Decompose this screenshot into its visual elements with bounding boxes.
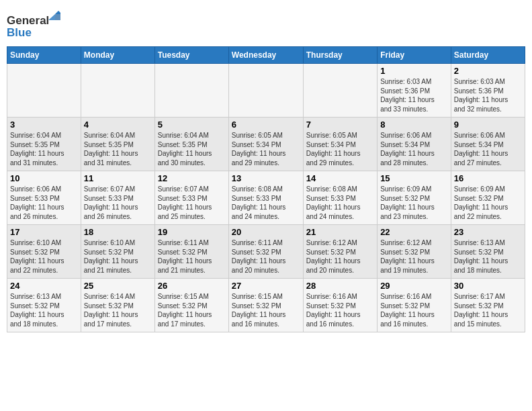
weekday-header: Wednesday	[228, 47, 303, 64]
calendar-week-row: 24Sunrise: 6:13 AM Sunset: 5:32 PM Dayli…	[7, 279, 525, 332]
day-info: Sunrise: 6:14 AM Sunset: 5:32 PM Dayligh…	[84, 292, 152, 328]
calendar-cell: 22Sunrise: 6:12 AM Sunset: 5:32 PM Dayli…	[378, 225, 451, 279]
day-number: 2	[454, 66, 522, 76]
calendar-cell: 10Sunrise: 6:06 AM Sunset: 5:33 PM Dayli…	[7, 171, 81, 225]
day-number: 10	[10, 173, 78, 183]
day-number: 11	[84, 173, 152, 183]
calendar-cell: 14Sunrise: 6:08 AM Sunset: 5:33 PM Dayli…	[303, 171, 377, 225]
day-info: Sunrise: 6:09 AM Sunset: 5:32 PM Dayligh…	[454, 185, 522, 221]
svg-marker-4	[48, 14, 55, 20]
calendar-cell: 23Sunrise: 6:13 AM Sunset: 5:32 PM Dayli…	[451, 225, 525, 279]
calendar-cell: 25Sunrise: 6:14 AM Sunset: 5:32 PM Dayli…	[81, 279, 154, 332]
calendar-cell: 13Sunrise: 6:08 AM Sunset: 5:33 PM Dayli…	[228, 171, 303, 225]
day-info: Sunrise: 6:10 AM Sunset: 5:32 PM Dayligh…	[10, 238, 78, 275]
day-info: Sunrise: 6:04 AM Sunset: 5:35 PM Dayligh…	[10, 131, 78, 167]
day-info: Sunrise: 6:03 AM Sunset: 5:36 PM Dayligh…	[380, 77, 448, 113]
calendar-cell: 1Sunrise: 6:03 AM Sunset: 5:36 PM Daylig…	[378, 64, 451, 118]
calendar-cell: 11Sunrise: 6:07 AM Sunset: 5:33 PM Dayli…	[81, 171, 154, 225]
calendar-cell: 5Sunrise: 6:04 AM Sunset: 5:35 PM Daylig…	[154, 118, 228, 171]
day-number: 16	[454, 173, 522, 183]
day-number: 28	[306, 281, 374, 291]
calendar-cell	[303, 64, 377, 118]
day-number: 27	[232, 281, 300, 291]
calendar-header: SundayMondayTuesdayWednesdayThursdayFrid…	[7, 47, 525, 64]
calendar-week-row: 1Sunrise: 6:03 AM Sunset: 5:36 PM Daylig…	[7, 64, 525, 118]
day-number: 15	[380, 173, 448, 183]
day-info: Sunrise: 6:10 AM Sunset: 5:32 PM Dayligh…	[84, 238, 152, 275]
day-number: 13	[232, 173, 300, 183]
day-number: 29	[380, 281, 448, 291]
day-info: Sunrise: 6:12 AM Sunset: 5:32 PM Dayligh…	[306, 238, 374, 275]
calendar-cell: 9Sunrise: 6:06 AM Sunset: 5:34 PM Daylig…	[451, 118, 525, 171]
calendar-cell: 30Sunrise: 6:17 AM Sunset: 5:32 PM Dayli…	[451, 279, 525, 332]
header-row: SundayMondayTuesdayWednesdayThursdayFrid…	[7, 47, 525, 64]
calendar-body: 1Sunrise: 6:03 AM Sunset: 5:36 PM Daylig…	[7, 64, 525, 332]
calendar-cell	[81, 64, 154, 118]
day-number: 12	[158, 173, 226, 183]
calendar-table: SundayMondayTuesdayWednesdayThursdayFrid…	[7, 46, 525, 332]
logo-svg: General Blue	[7, 11, 60, 41]
day-number: 21	[306, 227, 374, 237]
day-number: 3	[10, 120, 78, 130]
day-info: Sunrise: 6:16 AM Sunset: 5:32 PM Dayligh…	[306, 292, 374, 328]
day-info: Sunrise: 6:07 AM Sunset: 5:33 PM Dayligh…	[84, 185, 152, 221]
svg-text:Blue: Blue	[7, 26, 32, 39]
day-info: Sunrise: 6:08 AM Sunset: 5:33 PM Dayligh…	[232, 185, 300, 221]
calendar-cell: 15Sunrise: 6:09 AM Sunset: 5:32 PM Dayli…	[378, 171, 451, 225]
weekday-header: Monday	[81, 47, 154, 64]
calendar-cell: 8Sunrise: 6:06 AM Sunset: 5:34 PM Daylig…	[378, 118, 451, 171]
calendar-cell: 2Sunrise: 6:03 AM Sunset: 5:36 PM Daylig…	[451, 64, 525, 118]
weekday-header: Thursday	[303, 47, 377, 64]
svg-text:General: General	[7, 14, 49, 27]
svg-marker-3	[55, 14, 60, 20]
day-number: 20	[232, 227, 300, 237]
calendar-cell	[7, 64, 81, 118]
calendar-cell: 29Sunrise: 6:16 AM Sunset: 5:32 PM Dayli…	[378, 279, 451, 332]
calendar-cell: 27Sunrise: 6:15 AM Sunset: 5:32 PM Dayli…	[228, 279, 303, 332]
calendar-week-row: 10Sunrise: 6:06 AM Sunset: 5:33 PM Dayli…	[7, 171, 525, 225]
calendar-cell	[154, 64, 228, 118]
svg-marker-2	[55, 11, 60, 14]
day-info: Sunrise: 6:13 AM Sunset: 5:32 PM Dayligh…	[454, 238, 522, 275]
day-info: Sunrise: 6:13 AM Sunset: 5:32 PM Dayligh…	[10, 292, 78, 328]
day-info: Sunrise: 6:12 AM Sunset: 5:32 PM Dayligh…	[380, 238, 448, 275]
calendar-cell: 17Sunrise: 6:10 AM Sunset: 5:32 PM Dayli…	[7, 225, 81, 279]
day-info: Sunrise: 6:04 AM Sunset: 5:35 PM Dayligh…	[84, 131, 152, 167]
calendar-cell: 12Sunrise: 6:07 AM Sunset: 5:33 PM Dayli…	[154, 171, 228, 225]
calendar-cell: 26Sunrise: 6:15 AM Sunset: 5:32 PM Dayli…	[154, 279, 228, 332]
calendar-cell: 28Sunrise: 6:16 AM Sunset: 5:32 PM Dayli…	[303, 279, 377, 332]
calendar-cell: 21Sunrise: 6:12 AM Sunset: 5:32 PM Dayli…	[303, 225, 377, 279]
calendar-cell: 16Sunrise: 6:09 AM Sunset: 5:32 PM Dayli…	[451, 171, 525, 225]
calendar-cell: 24Sunrise: 6:13 AM Sunset: 5:32 PM Dayli…	[7, 279, 81, 332]
weekday-header: Friday	[378, 47, 451, 64]
day-number: 7	[306, 120, 374, 130]
calendar-week-row: 3Sunrise: 6:04 AM Sunset: 5:35 PM Daylig…	[7, 118, 525, 171]
day-number: 17	[10, 227, 78, 237]
weekday-header: Sunday	[7, 47, 81, 64]
day-number: 26	[158, 281, 226, 291]
day-number: 14	[306, 173, 374, 183]
day-number: 4	[84, 120, 152, 130]
calendar-cell	[228, 64, 303, 118]
weekday-header: Tuesday	[154, 47, 228, 64]
day-info: Sunrise: 6:16 AM Sunset: 5:32 PM Dayligh…	[380, 292, 448, 328]
day-info: Sunrise: 6:11 AM Sunset: 5:32 PM Dayligh…	[232, 238, 300, 275]
weekday-header: Saturday	[451, 47, 525, 64]
day-number: 6	[232, 120, 300, 130]
day-number: 23	[454, 227, 522, 237]
day-info: Sunrise: 6:07 AM Sunset: 5:33 PM Dayligh…	[158, 185, 226, 221]
day-number: 1	[380, 66, 448, 76]
day-info: Sunrise: 6:06 AM Sunset: 5:34 PM Dayligh…	[454, 131, 522, 167]
day-number: 25	[84, 281, 152, 291]
day-number: 24	[10, 281, 78, 291]
day-info: Sunrise: 6:04 AM Sunset: 5:35 PM Dayligh…	[158, 131, 226, 167]
day-info: Sunrise: 6:17 AM Sunset: 5:32 PM Dayligh…	[454, 292, 522, 328]
day-info: Sunrise: 6:06 AM Sunset: 5:33 PM Dayligh…	[10, 185, 78, 221]
calendar-cell: 18Sunrise: 6:10 AM Sunset: 5:32 PM Dayli…	[81, 225, 154, 279]
day-number: 18	[84, 227, 152, 237]
day-info: Sunrise: 6:06 AM Sunset: 5:34 PM Dayligh…	[380, 131, 448, 167]
day-number: 22	[380, 227, 448, 237]
day-info: Sunrise: 6:05 AM Sunset: 5:34 PM Dayligh…	[232, 131, 300, 167]
day-info: Sunrise: 6:05 AM Sunset: 5:34 PM Dayligh…	[306, 131, 374, 167]
day-info: Sunrise: 6:15 AM Sunset: 5:32 PM Dayligh…	[232, 292, 300, 328]
